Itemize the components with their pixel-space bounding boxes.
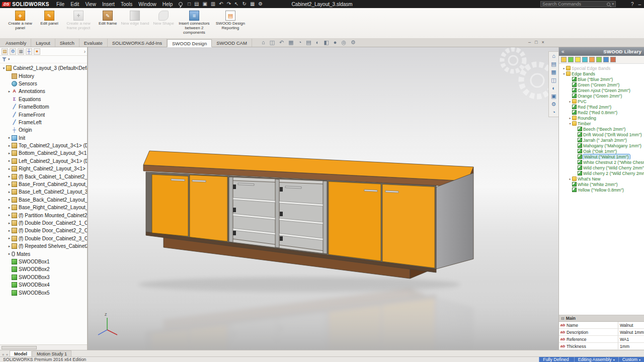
library-tree-item[interactable]: White Chestnut 2 ("White Chesnut (560, 159, 644, 165)
tab-layout[interactable]: Layout (31, 39, 55, 47)
feature-tree-item[interactable]: ▸ (f) Partition Mounted_Cabinet2_1_Cab..… (0, 211, 87, 219)
expand-caret-icon[interactable]: ▸ (7, 174, 12, 178)
print-icon[interactable]: ▥ (209, 2, 217, 7)
library-connectors-icon[interactable] (568, 57, 574, 62)
section-view-icon[interactable]: ▦ (288, 40, 293, 45)
expand-caret-icon[interactable]: ▾ (568, 122, 572, 125)
expand-caret-icon[interactable]: ▸ (7, 236, 12, 240)
view-palette-icon[interactable]: ◫ (551, 77, 556, 83)
feature-tree-item[interactable]: ▸ Mates (0, 250, 87, 257)
edit-frame-button[interactable]: Edit frame (97, 9, 119, 38)
cabinet-model[interactable] (143, 151, 473, 279)
expand-caret-icon[interactable]: ▸ (7, 144, 12, 148)
collapse-panel-icon[interactable]: « (561, 49, 565, 54)
expand-caret-icon[interactable]: ▸ (568, 100, 572, 103)
swood-library-icon[interactable]: ⚙ (551, 102, 556, 107)
library-tree-item[interactable]: ▾ Timber (560, 121, 644, 126)
view-settings-icon[interactable]: ⚙ (351, 40, 356, 45)
library-tree-item[interactable]: Beech ("Beech 2mm") (560, 126, 644, 132)
appearances-icon[interactable]: ◐ (552, 85, 555, 91)
undo-icon[interactable]: ↶ (217, 2, 225, 7)
create-new-panel-button[interactable]: Create a new panel (2, 9, 38, 38)
expand-caret-icon[interactable]: ▸ (7, 167, 12, 171)
library-tree-item[interactable]: Red2 ("Red 0.8mm") (560, 110, 644, 115)
search-input[interactable] (542, 2, 607, 7)
feature-tree-item[interactable]: FrameFront (0, 111, 87, 118)
previous-view-icon[interactable]: ↶ (279, 40, 284, 45)
library-tree-item[interactable]: Walnut ("Walnut 1mm") (560, 154, 644, 159)
expand-caret-icon[interactable]: ▸ (7, 221, 12, 225)
property-value[interactable]: WA1 (618, 336, 644, 342)
filter-caret-icon[interactable]: ▾ (8, 57, 10, 61)
home-icon[interactable]: ⌂ (552, 53, 555, 59)
library-tree-item[interactable]: ▸ Rounding (560, 115, 644, 121)
displaymanager-tab[interactable]: ● (34, 48, 40, 55)
help-icon[interactable]: ? (631, 2, 634, 7)
library-tree-item[interactable]: Jarrah (" Jarrah 2mm") (560, 137, 644, 143)
library-tree-item[interactable]: ▸ What's New (560, 176, 644, 182)
menu-item[interactable]: Insert (99, 2, 118, 7)
zoom-to-fit-icon[interactable]: ⌂ (262, 40, 265, 45)
select-icon[interactable]: ↖ (233, 2, 240, 7)
expand-caret-icon[interactable]: ▾ (2, 66, 6, 70)
feature-tree-item[interactable]: SWOODBox3 (0, 274, 87, 281)
feature-tree-item[interactable]: ▸ (f) Double Door_Cabinet2_1_Cabinet2_ (0, 219, 87, 227)
apply-scene-icon[interactable]: ◎ (341, 40, 346, 45)
feature-tree-item[interactable]: SWOODBox5 (0, 289, 87, 296)
library-tree-item[interactable]: ▾ Edge Bands (560, 71, 644, 76)
file-explorer-icon[interactable]: ▦ (551, 69, 556, 75)
expand-caret-icon[interactable]: ▸ (7, 183, 12, 187)
expand-caret-icon[interactable]: ▾ (562, 72, 566, 75)
menu-item[interactable]: Tools (118, 2, 135, 7)
feature-tree-item[interactable]: ▸ Base_Front_Cabinet2_Layout_3<1> (D... (0, 180, 87, 188)
feature-tree-item[interactable]: ▸ (f) Back_Cabinet_1_Cabinet2_Layout_3 (0, 172, 87, 180)
pin-menu-icon[interactable] (179, 2, 183, 6)
library-materials-icon[interactable] (582, 57, 588, 62)
graphics-area[interactable]: Z ⌂▤▦◫◐▣⚙◔ (88, 47, 558, 350)
new-edge-band-button[interactable]: New edge band (119, 9, 151, 38)
search-icon[interactable] (607, 3, 610, 6)
3d-model-view[interactable]: Z (88, 47, 558, 350)
insert-connectors-button[interactable]: Insert connectors between 2 components (176, 9, 212, 38)
library-tree-item[interactable]: Drift Wood ("Drift Wood 1mm") (560, 132, 644, 137)
minimize-document-icon[interactable]: – (528, 40, 531, 45)
feature-tree-item[interactable]: ▾ Cabinet2_Layout_3 (Default<Default_Dis… (0, 64, 87, 72)
forum-icon[interactable]: ◔ (552, 110, 555, 115)
expand-caret-icon[interactable]: ▸ (568, 177, 572, 180)
property-row[interactable]: ab Description Walnut 1mm (559, 329, 644, 336)
menu-item[interactable]: View (82, 2, 99, 7)
propertymanager-tab[interactable]: ⚙ (10, 48, 16, 55)
expand-caret-icon[interactable]: ▸ (7, 190, 12, 194)
library-tree-item[interactable]: White ("White 2mm") (560, 182, 644, 187)
search-caret-icon[interactable]: ▾ (612, 2, 614, 6)
status-item[interactable]: Custom ▾ (618, 357, 644, 362)
library-tree-item[interactable]: Mahogany ("Mahogany 1mm") (560, 143, 644, 148)
library-settings-icon[interactable] (610, 57, 616, 62)
status-item[interactable]: Editing Assembly ▾ (574, 357, 618, 362)
library-tree-item[interactable]: Blue ("Blue 2mm") (560, 76, 644, 82)
feature-tree-item[interactable]: ▸ Init (0, 134, 87, 142)
panel-flyout-chevron-icon[interactable]: › (84, 49, 86, 54)
library-tools-icon[interactable] (603, 57, 609, 62)
library-tree-item[interactable]: Green Ajout ("Green 2mm") (560, 87, 644, 93)
feature-tree-item[interactable]: ▸ Bottom_Cabinet2_Layout_3<1> (Defa (0, 149, 87, 157)
library-tree-item[interactable]: Red ("Red 2mm") (560, 104, 644, 110)
property-value[interactable]: 1mm (618, 343, 644, 349)
tab-swood-cam[interactable]: SWOOD CAM (212, 39, 252, 47)
expand-caret-icon[interactable]: ▸ (568, 116, 572, 120)
feature-tree-item[interactable]: SWOODBox4 (0, 281, 87, 289)
redo-icon[interactable]: ↷ (225, 2, 232, 7)
menu-item[interactable]: Edit (67, 2, 82, 7)
feature-tree-item[interactable]: History (0, 72, 87, 79)
zoom-to-area-icon[interactable]: ◫ (270, 40, 275, 45)
properties-header[interactable]: ⊟ Main (559, 315, 644, 322)
feature-tree-item[interactable]: ▸ Left_Cabinet2_Layout_3<1> (Default< (0, 157, 87, 165)
library-panels-icon[interactable] (561, 57, 567, 62)
tab-sketch[interactable]: Sketch (55, 39, 79, 47)
filter-icon[interactable] (2, 57, 7, 61)
tab-assembly[interactable]: Assembly (1, 39, 31, 47)
hide-show-items-icon[interactable]: ◧ (324, 40, 329, 45)
property-value[interactable]: Walnut (618, 322, 644, 328)
feature-tree-item[interactable]: SWOODBox2 (0, 265, 87, 273)
dimxpertmanager-tab[interactable]: ┼ (26, 48, 32, 55)
